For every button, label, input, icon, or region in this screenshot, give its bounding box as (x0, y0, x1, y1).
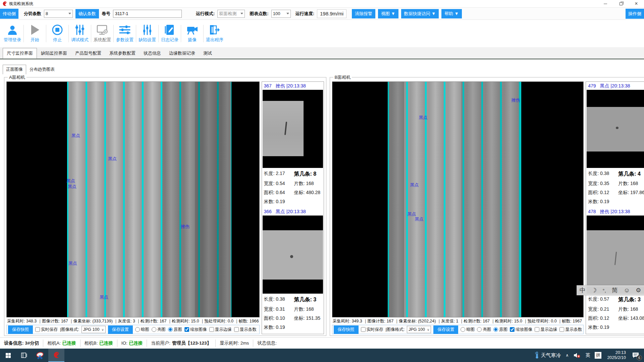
defect-type: 挫伤 (600, 209, 609, 214)
snipping-tool-button[interactable] (32, 349, 48, 362)
save-settings-button[interactable]: 保存设置 (108, 325, 133, 334)
tab-trend-chart[interactable]: 分布趋势图表 (26, 65, 58, 74)
exit-program-button[interactable]: 退出程序 (204, 22, 226, 45)
bright-image-radio[interactable] (477, 327, 482, 332)
show-count-checkbox[interactable] (234, 327, 239, 332)
tab-front-image[interactable]: 正面图像 (3, 65, 26, 74)
bright-image-label: 亮图 (157, 327, 166, 333)
dark-image-radio[interactable] (135, 327, 140, 332)
tab-size-monitor[interactable]: 尺寸监控界面 (3, 48, 37, 59)
image-format-select[interactable]: JPG 100 ∨ (407, 326, 431, 333)
show-edge-checkbox[interactable] (535, 327, 539, 332)
chevron-down-icon: ∨ (101, 328, 104, 331)
defect-thumbnail[interactable] (587, 216, 644, 294)
chart-points-select[interactable]: 100 (271, 10, 291, 18)
task-view-button[interactable] (16, 349, 32, 362)
taskbar-clock[interactable]: 20:13 2025/2/10 (604, 349, 629, 362)
tab-edge-data-record[interactable]: 边缘数据记录 (165, 48, 199, 59)
view-menu-button[interactable]: 视图 ▼ (378, 9, 398, 18)
emoji-icon[interactable]: ☺ (624, 287, 630, 294)
capture-button[interactable]: 摄像 (181, 22, 203, 45)
language-indicator[interactable]: 英 (583, 349, 592, 362)
save-snapshot-button[interactable]: 保存快照 (334, 325, 359, 334)
close-button[interactable]: × (629, 0, 644, 7)
defect-stats: 长度: 0.57 第几条: 3 宽度: 0.21 片数: 168 面积: 0.1… (587, 294, 644, 330)
run-mode-label: 运行模式: (196, 11, 215, 17)
weather-widget[interactable]: 天气寒冷 (532, 349, 564, 362)
camera-b-label: 相机B: (85, 340, 98, 346)
moon-fullwidth-icon[interactable]: ☽ (591, 287, 597, 294)
defect-thumbnail[interactable] (263, 90, 323, 168)
action-center-button[interactable]: 6 (629, 349, 644, 362)
save-settings-button[interactable]: 保存设置 (433, 325, 458, 334)
dark-image-radio[interactable] (461, 327, 465, 332)
defect-card[interactable]: 478 挫伤 |20:13:38 长度: 0.57 第几条: 3 (587, 208, 644, 334)
defect-header: 367 挫伤 |20:13:38 (263, 82, 323, 90)
help-menu-button[interactable]: 帮助 ▼ (441, 9, 462, 18)
stop-button[interactable]: 停止 (46, 22, 68, 45)
current-user-label: 当前用户: (151, 340, 170, 346)
tab-test[interactable]: 测试 (199, 48, 216, 59)
clear-alarm-button[interactable]: 清除报警 (352, 9, 375, 18)
defect-card[interactable]: 479 黑点 |20:13:38 长度: 0.38 第几条: 4 (587, 82, 644, 208)
tab-product-model-config[interactable]: 产品型号配置 (71, 48, 105, 59)
simplified-chinese-toggle[interactable]: 简 (612, 286, 618, 294)
zoom-image-checkbox[interactable] (510, 327, 515, 332)
slit-count-select[interactable]: 8 (44, 10, 73, 18)
system-config-button[interactable]: 系统配置 (91, 22, 113, 45)
roll-number-input[interactable] (113, 10, 182, 18)
start-button[interactable] (0, 349, 16, 362)
ime-indicator[interactable]: 拼 (592, 349, 604, 362)
defect-thumbnail[interactable] (587, 90, 644, 168)
drive-side-button[interactable]: 传动侧 (0, 9, 18, 19)
hidden-icons-button[interactable]: ∧ (564, 349, 571, 362)
tab-defect-monitor[interactable]: 缺陷监控界面 (37, 48, 71, 59)
original-image-label: 原图 (174, 327, 182, 333)
camera-b-defect-panel: 479 黑点 |20:13:38 长度: 0.38 第几条: 4 (586, 81, 644, 334)
io-connection: IO: 已连接 (117, 340, 147, 347)
display-time: 显示耗时: 2ms (216, 340, 253, 347)
data-quick-access-button[interactable]: 数据快捷访问 ▼ (401, 9, 439, 18)
volume-muted-button[interactable] (571, 349, 583, 362)
save-snapshot-button[interactable]: 保存快照 (8, 325, 33, 334)
minimize-button[interactable] (598, 0, 613, 7)
tab-status-info[interactable]: 状态信息 (140, 48, 165, 59)
defect-settings-button[interactable]: 缺陷设置 (136, 22, 158, 45)
defect-thumbnail[interactable] (263, 216, 323, 294)
slit-count-value: 8 (46, 11, 48, 16)
defect-width: 宽度: 0.35 (588, 181, 618, 187)
restore-button[interactable] (613, 0, 629, 7)
debug-mode-button[interactable]: 调试模式 (69, 22, 91, 45)
confirm-count-button[interactable]: 确认条数 (75, 9, 99, 18)
camera-a-image[interactable]: 黑点 黑点 黑点 黑点 挫伤 黑点 黑点 (6, 81, 260, 317)
camera-b-image[interactable]: 黑点 挫伤 黑点 黑点 黑点 (332, 81, 584, 317)
show-count-checkbox[interactable] (559, 327, 564, 332)
task-view-icon (21, 352, 28, 359)
defect-card[interactable]: 366 黑点 |20:13:38 长度: 0.38 第几条: 3 (263, 208, 323, 334)
realtime-save-checkbox[interactable] (361, 327, 366, 332)
admin-login-button[interactable]: 管理登录 (1, 22, 23, 45)
ime-mode-chinese[interactable]: 中 (580, 286, 586, 294)
tab-system-params-config[interactable]: 系统参数配置 (105, 48, 140, 59)
icon-label: 系统配置 (94, 37, 111, 43)
bright-image-radio[interactable] (152, 327, 156, 332)
image-format-select[interactable]: JPG 100 ∨ (82, 326, 106, 333)
original-image-radio[interactable] (493, 327, 498, 332)
log-record-button[interactable]: 日志记录 (159, 22, 181, 45)
show-edge-checkbox[interactable] (209, 327, 214, 332)
video-camera-icon (186, 24, 199, 36)
gear-icon[interactable]: ⚙ (636, 287, 641, 294)
icon-label: 摄像 (188, 37, 197, 43)
show-count-label: 显示条数 (240, 327, 257, 333)
start-button[interactable]: 开始 (24, 22, 46, 45)
defect-card[interactable]: 367 挫伤 |20:13:38 长度: 2.17 第几条: 8 (263, 82, 323, 208)
punctuation-mode-icon[interactable]: °, (603, 288, 606, 293)
run-mode-select[interactable]: 双面检测 (217, 10, 245, 18)
vision-app-taskbar-button[interactable] (48, 349, 64, 362)
original-image-radio[interactable] (168, 327, 173, 332)
params-settings-button[interactable]: 参数设置 (114, 22, 136, 45)
zoom-image-checkbox[interactable] (184, 327, 189, 332)
realtime-save-checkbox[interactable] (35, 327, 40, 332)
operator-side-button[interactable]: 操作侧 (626, 9, 644, 19)
ime-pinyin-badge: 拼 (595, 352, 601, 359)
